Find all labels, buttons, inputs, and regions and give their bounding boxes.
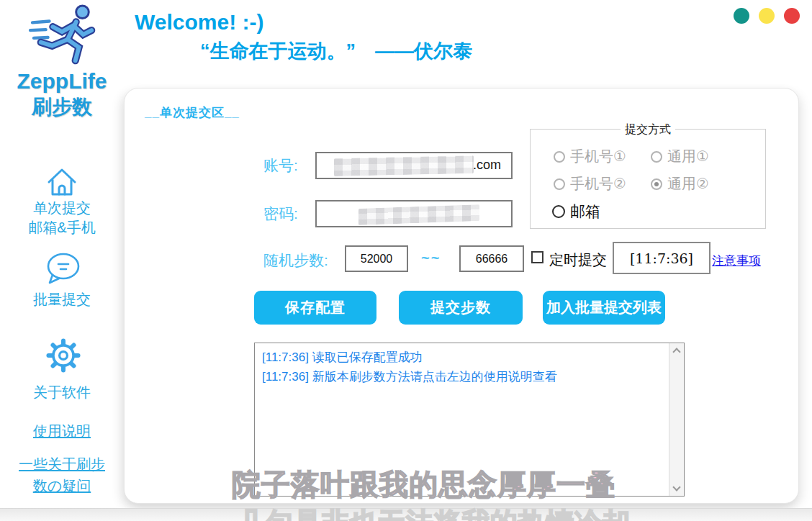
save-config-button[interactable]: 保存配置 [254, 291, 376, 325]
watermark-lyric-line2: 几句是非也无法将我的热情冷却 [238, 504, 631, 521]
notice-link[interactable]: 注意事项 [712, 253, 761, 269]
sidebar-item-label: 邮箱&手机 [0, 218, 124, 237]
faq-link-line2[interactable]: 数の疑问 [0, 476, 124, 496]
chat-bubble-icon [43, 252, 82, 286]
account-label: 账号: [263, 155, 298, 176]
home-icon [45, 166, 79, 198]
window-dot-green[interactable] [734, 8, 749, 24]
submit-steps-button[interactable]: 提交步数 [399, 291, 523, 325]
app-name: ZeppLife [0, 69, 124, 94]
radio-icon [651, 151, 662, 163]
watermark-lyric-line1: 院子落叶跟我的思念厚厚一叠 [232, 465, 615, 504]
single-submit-panel: __单次提交区__ 账号: .com 密码: 提交方式 手机号① 通用① 手机号… [124, 88, 799, 504]
radio-generic-1[interactable]: 通用① [651, 147, 709, 166]
scroll-down-icon[interactable] [672, 483, 680, 491]
runner-logo-icon [23, 3, 108, 68]
log-line: [11:7:36] 读取已保存配置成功 [262, 348, 661, 367]
radio-email[interactable]: 邮箱 [552, 201, 600, 222]
motto-quote: “生命在于运动。” ——伏尔泰 [200, 38, 472, 64]
radio-label: 通用① [667, 147, 709, 166]
password-censor-mosaic [358, 204, 479, 225]
window-dot-red[interactable] [784, 8, 800, 24]
account-censor-mosaic [334, 155, 474, 176]
range-separator: ~~ [421, 250, 441, 266]
radio-icon [552, 205, 565, 218]
account-input[interactable]: .com [315, 152, 513, 179]
radio-generic-2-selected[interactable]: 通用② [651, 174, 709, 194]
radio-icon [554, 151, 565, 163]
sidebar: ZeppLife 刷步数 单次提交 邮箱&手机 批量提交 [0, 0, 124, 521]
radio-label: 手机号① [570, 147, 626, 166]
radio-phone-2[interactable]: 手机号② [554, 174, 626, 194]
radio-phone-1[interactable]: 手机号① [554, 147, 626, 166]
section-title: __单次提交区__ [145, 104, 240, 121]
account-visible-text: .com [473, 158, 501, 173]
add-to-batch-button[interactable]: 加入批量提交列表 [543, 291, 665, 325]
sidebar-item-batch-submit[interactable]: 批量提交 [0, 250, 124, 308]
scheduled-submit-checkbox[interactable] [531, 251, 543, 263]
log-line: [11:7:36] 新版本刷步数方法请点击左边的使用说明查看 [262, 367, 661, 386]
sidebar-item-label: 单次提交 [0, 199, 124, 218]
password-input[interactable] [315, 200, 513, 227]
radio-label: 通用② [667, 174, 709, 194]
steps-max-input[interactable] [459, 245, 524, 272]
scheduled-time-display[interactable]: [11:7:36] [613, 242, 710, 274]
faq-link[interactable]: 一些关于刷步 [0, 455, 124, 474]
welcome-title: Welcome! :-) [135, 10, 263, 35]
window-dot-yellow[interactable] [759, 8, 775, 24]
password-label: 密码: [263, 204, 298, 224]
radio-label: 手机号② [570, 174, 626, 194]
sidebar-item-about[interactable]: 关于软件 [0, 335, 124, 400]
sidebar-item-single-submit[interactable]: 单次提交 邮箱&手机 [0, 164, 124, 237]
scroll-up-icon[interactable] [672, 348, 680, 355]
radio-selected-icon [651, 178, 662, 190]
radio-icon [554, 178, 565, 190]
submit-method-group: 提交方式 手机号① 通用① 手机号② 通用② 邮箱 [530, 129, 766, 229]
usage-instructions-link[interactable]: 使用说明 [0, 422, 124, 441]
submit-method-title: 提交方式 [621, 122, 675, 137]
sidebar-item-label: 批量提交 [0, 290, 124, 309]
sidebar-item-label: 关于软件 [0, 383, 124, 402]
radio-label: 邮箱 [570, 201, 600, 222]
steps-min-input[interactable] [345, 245, 408, 272]
gear-icon [45, 337, 82, 374]
log-scrollbar[interactable] [669, 343, 684, 496]
scheduled-submit-label: 定时提交 [549, 250, 607, 270]
random-steps-label: 随机步数: [263, 250, 328, 271]
app-subtitle: 刷步数 [0, 94, 124, 121]
